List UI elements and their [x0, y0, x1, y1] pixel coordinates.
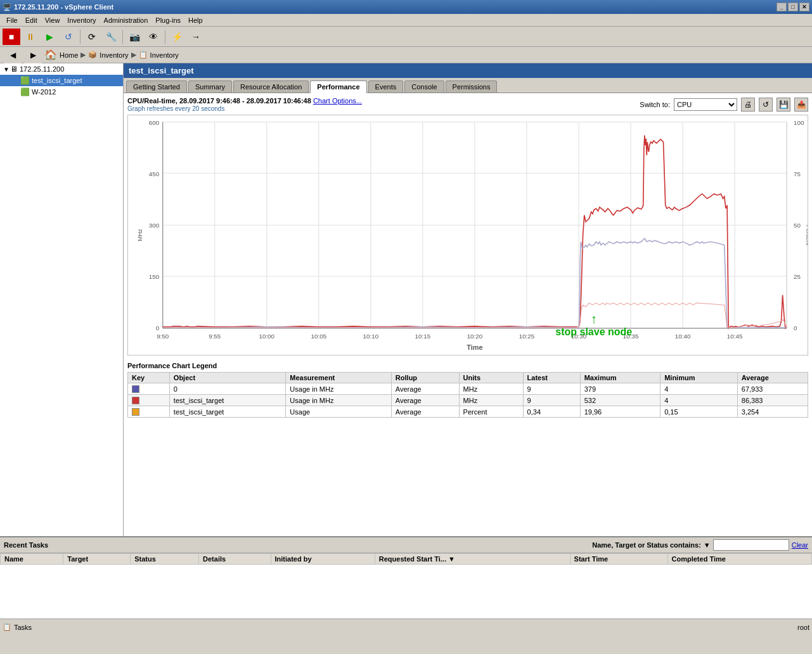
tree-node-vm2[interactable]: 🟩 W-2012 [0, 86, 123, 98]
addressbar: ◀ ▶ 🏠 Home ▶ 📦 Inventory ▶ 📋 Inventory [0, 47, 812, 63]
switch-to-select[interactable]: CPU Memory Disk Network [674, 98, 737, 111]
legend-maximum: 19,96 [580, 406, 660, 418]
menu-inventory[interactable]: Inventory [63, 15, 100, 25]
col-measurement: Measurement [286, 373, 392, 383]
switch-to-row: Switch to: CPU Memory Disk Network 🖨 ↺ 💾… [640, 98, 808, 112]
legend-minimum: 4 [661, 383, 738, 395]
clear-button[interactable]: Clear [792, 541, 808, 549]
tasks-status-item[interactable]: 📋 Tasks [3, 623, 32, 631]
svg-text:Percent: Percent [805, 225, 808, 246]
toolbar: ■ ⏸ ▶ ↺ ⟳ 🔧 📷 👁 ⚡ → [0, 27, 812, 47]
chart-options-link[interactable]: Chart Options... [313, 97, 362, 105]
tab-performance[interactable]: Performance [310, 80, 366, 93]
vm-title-text: test_iscsi_target [129, 66, 194, 75]
refresh2-button[interactable]: ⟳ [83, 29, 101, 45]
legend-key [128, 383, 170, 395]
addr-home-label[interactable]: Home [60, 51, 78, 59]
tools-button[interactable]: 🔧 [102, 29, 120, 45]
vm1-label: test_iscsi_target [32, 77, 82, 84]
tab-summary[interactable]: Summary [188, 80, 232, 93]
chart-title-area: CPU/Real-time, 28.09.2017 9:46:48 - 28.0… [127, 97, 362, 112]
export-button[interactable]: 📤 [794, 98, 808, 112]
power-button[interactable]: ⚡ [168, 29, 186, 45]
status-user: root [797, 624, 809, 631]
addr-inventory2[interactable]: Inventory [150, 51, 179, 59]
save-button[interactable]: 💾 [777, 98, 790, 112]
print-button[interactable]: 🖨 [741, 98, 755, 112]
close-button[interactable]: ✕ [799, 3, 809, 11]
legend-minimum: 4 [661, 395, 738, 406]
tasks-label: Tasks [14, 624, 32, 631]
forward-button[interactable]: ▶ [24, 47, 42, 63]
filter-input[interactable] [713, 539, 789, 551]
toolbar-separator3 [165, 30, 165, 44]
snapshot-button[interactable]: 📷 [126, 29, 143, 45]
minimize-button[interactable]: _ [777, 3, 787, 11]
back-button[interactable]: ◀ [4, 47, 22, 63]
tab-permissions[interactable]: Permissions [446, 80, 498, 93]
col-rollup: Rollup [391, 373, 459, 383]
play-button[interactable]: ▶ [41, 29, 58, 45]
legend-maximum: 379 [580, 383, 660, 395]
menu-plugins[interactable]: Plug-ins [151, 15, 184, 25]
main-area: ▼ 🖥 172.25.11.200 🟩 test_iscsi_target 🟩 … [0, 63, 812, 536]
tab-getting-started[interactable]: Getting Started [126, 80, 187, 93]
svg-text:10:05: 10:05 [311, 333, 327, 340]
tasks-col-starttime[interactable]: Start Time [570, 554, 667, 565]
statusbar: 📋 Tasks root [0, 619, 812, 635]
tasks-col-details[interactable]: Details [199, 554, 271, 565]
tab-events[interactable]: Events [368, 80, 404, 93]
menu-view[interactable]: View [41, 15, 64, 25]
app-title: 172.25.11.200 - vSphere Client [14, 3, 113, 11]
tasks-col-status[interactable]: Status [131, 554, 199, 565]
svg-text:10:10: 10:10 [363, 333, 379, 340]
menu-administration[interactable]: Administration [100, 15, 152, 25]
user-label: root [797, 624, 809, 631]
svg-text:0: 0 [794, 324, 797, 331]
expand-icon: ▼ [3, 66, 10, 73]
titlebar: 🖥️ 172.25.11.200 - vSphere Client _ □ ✕ [0, 0, 812, 14]
legend-object: test_iscsi_target [169, 395, 286, 406]
filter-label: Name, Target or Status contains: [592, 541, 701, 549]
tree-node-server[interactable]: ▼ 🖥 172.25.11.200 [0, 63, 123, 75]
legend-average: 3,254 [737, 406, 808, 418]
home-icon[interactable]: 🏠 [44, 49, 57, 61]
menu-help[interactable]: Help [184, 15, 207, 25]
legend-row: test_iscsi_target Usage in MHz Average M… [128, 395, 808, 406]
legend-key [128, 406, 170, 418]
menu-file[interactable]: File [3, 15, 22, 25]
stop-button[interactable]: ■ [3, 29, 20, 45]
tasks-col-name[interactable]: Name [1, 554, 63, 565]
tasks-col-initiatedby[interactable]: Initiated by [271, 554, 375, 565]
tab-resource-allocation[interactable]: Resource Allocation [233, 80, 309, 93]
refresh-button[interactable]: ↺ [60, 29, 77, 45]
view-button[interactable]: 👁 [145, 29, 162, 45]
tasks-col-target[interactable]: Target [63, 554, 131, 565]
tree-node-vm1[interactable]: 🟩 test_iscsi_target [0, 75, 123, 86]
maximize-button[interactable]: □ [788, 3, 798, 11]
titlebar-buttons: _ □ ✕ [777, 3, 809, 11]
legend-maximum: 532 [580, 395, 660, 406]
svg-text:10:35: 10:35 [623, 333, 639, 340]
svg-text:Time: Time [467, 343, 482, 351]
refresh-chart-button[interactable]: ↺ [759, 98, 773, 112]
menu-edit[interactable]: Edit [22, 15, 41, 25]
refresh-text: Graph refreshes every 20 seconds [127, 105, 224, 112]
svg-text:9:55: 9:55 [209, 333, 221, 340]
col-minimum: Minimum [661, 373, 738, 383]
tasks-col-completedtime[interactable]: Completed Time [667, 554, 811, 565]
menubar: File Edit View Inventory Administration … [0, 14, 812, 27]
legend-rollup: Average [391, 406, 459, 418]
legend-table: Key Object Measurement Rollup Units Late… [127, 372, 808, 418]
tasks-header: Recent Tasks Name, Target or Status cont… [0, 537, 812, 553]
legend-measurement: Usage in MHz [286, 383, 392, 395]
pause-button[interactable]: ⏸ [22, 29, 39, 45]
tab-console[interactable]: Console [404, 80, 444, 93]
legend-measurement: Usage [286, 406, 392, 418]
chart-toolbar: CPU/Real-time, 28.09.2017 9:46:48 - 28.0… [127, 97, 808, 112]
addr-inventory[interactable]: Inventory [100, 51, 128, 59]
migrate-button[interactable]: → [187, 29, 205, 45]
svg-text:MHz: MHz [136, 229, 143, 241]
vm-title-bar: test_iscsi_target [124, 63, 812, 78]
tasks-col-requestedstart[interactable]: Requested Start Ti... ▼ [375, 554, 570, 565]
